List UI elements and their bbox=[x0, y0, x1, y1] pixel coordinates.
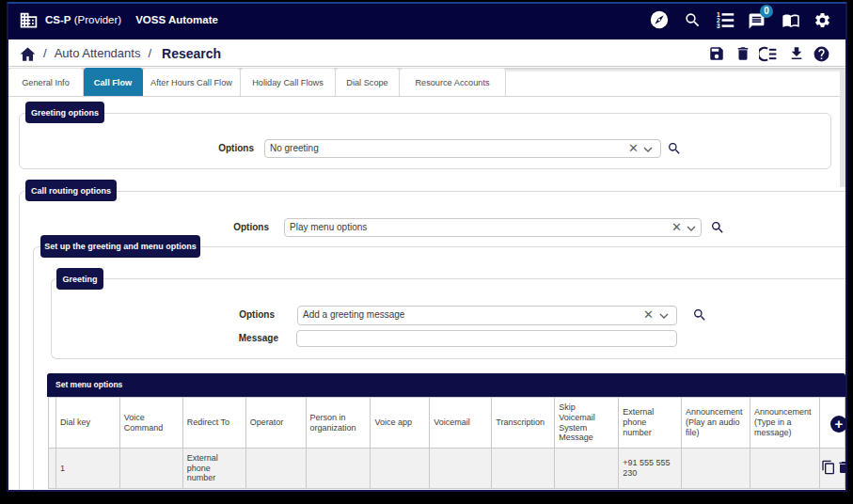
svg-text:3: 3 bbox=[717, 23, 720, 29]
